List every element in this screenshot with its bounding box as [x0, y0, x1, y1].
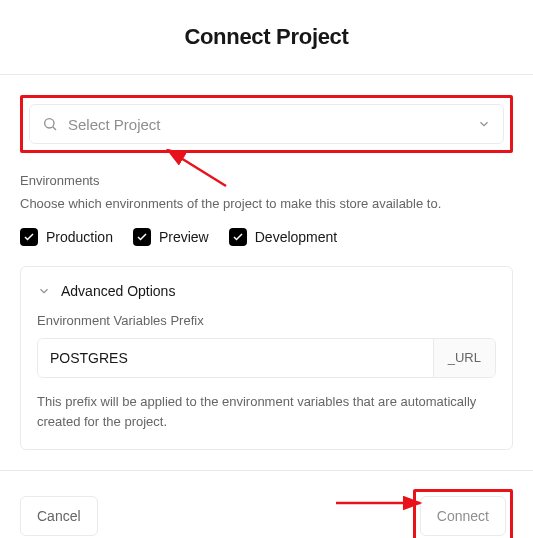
search-icon: [42, 116, 58, 132]
env-prefix-group: _URL: [37, 338, 496, 378]
svg-line-1: [53, 127, 56, 130]
checkbox-preview[interactable]: Preview: [133, 228, 209, 246]
checkbox-box: [229, 228, 247, 246]
checkbox-label: Production: [46, 229, 113, 245]
advanced-options-title: Advanced Options: [61, 283, 175, 299]
advanced-options-panel: Advanced Options Environment Variables P…: [20, 266, 513, 451]
cancel-button[interactable]: Cancel: [20, 496, 98, 536]
connect-button[interactable]: Connect: [420, 496, 506, 536]
project-select-placeholder: Select Project: [68, 116, 467, 133]
checkbox-box: [20, 228, 38, 246]
project-select[interactable]: Select Project: [29, 104, 504, 144]
checkbox-production[interactable]: Production: [20, 228, 113, 246]
chevron-down-icon: [477, 117, 491, 131]
svg-point-0: [45, 119, 54, 128]
checkbox-label: Preview: [159, 229, 209, 245]
dialog-header: Connect Project: [0, 0, 533, 74]
check-icon: [136, 231, 148, 243]
annotation-highlight-select: Select Project: [20, 95, 513, 153]
annotation-highlight-connect: Connect: [413, 489, 513, 538]
checkbox-label: Development: [255, 229, 338, 245]
environments-description: Choose which environments of the project…: [20, 194, 513, 214]
env-prefix-description: This prefix will be applied to the envir…: [37, 392, 496, 434]
checkbox-box: [133, 228, 151, 246]
environments-label: Environments: [20, 173, 513, 188]
env-prefix-suffix: _URL: [433, 339, 495, 377]
env-prefix-input[interactable]: [38, 339, 433, 377]
dialog-footer: Cancel Connect: [0, 470, 533, 538]
checkbox-development[interactable]: Development: [229, 228, 338, 246]
check-icon: [232, 231, 244, 243]
chevron-down-icon: [37, 284, 51, 298]
dialog-body: Select Project Environments Choose which…: [0, 75, 533, 470]
check-icon: [23, 231, 35, 243]
advanced-options-toggle[interactable]: Advanced Options: [37, 283, 496, 299]
env-prefix-label: Environment Variables Prefix: [37, 313, 496, 328]
dialog-title: Connect Project: [0, 24, 533, 50]
environments-checkboxes: Production Preview Development: [20, 228, 513, 246]
